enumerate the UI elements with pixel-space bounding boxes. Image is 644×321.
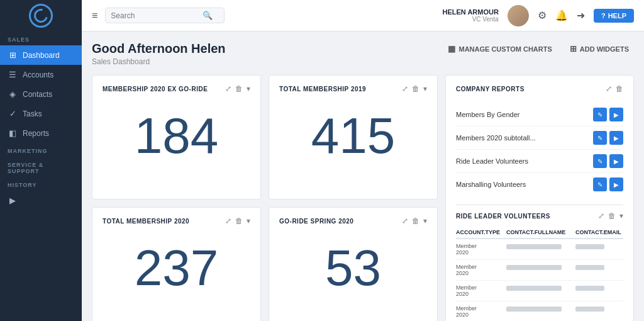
- widget-actions: ⤢ 🗑 ▾: [402, 84, 427, 93]
- report-buttons: ✎ ▶: [593, 108, 623, 121]
- history-expand-icon: ▶: [8, 196, 18, 205]
- hamburger-menu-icon[interactable]: ≡: [92, 10, 97, 21]
- table-header: Account.Type Contact.FullName Contact.Em…: [456, 225, 623, 239]
- add-widgets-label: ADD WIDGETS: [580, 45, 629, 53]
- header-actions: ▦ MANAGE CUSTOM CHARTS ⊞ ADD WIDGETS: [443, 42, 634, 56]
- table-row: Member2020: [456, 301, 623, 321]
- chevron-down-icon[interactable]: ▾: [247, 217, 250, 225]
- table-row: Member2020: [456, 260, 623, 281]
- ride-leader-volunteers-section: RIDE LEADER VOLUNTEERS ⤢ 🗑 ▾ Account.Typ…: [456, 205, 623, 321]
- sidebar-item-accounts[interactable]: ☰ Accounts: [0, 65, 82, 84]
- delete-icon[interactable]: 🗑: [616, 84, 623, 93]
- report-play-button[interactable]: ▶: [609, 177, 623, 191]
- widget-header: GO-RIDE SPRING 2020 ⤢ 🗑 ▾: [279, 217, 427, 225]
- table-row: Member2020: [456, 281, 623, 301]
- sidebar-item-contacts[interactable]: ◈ Contacts: [0, 84, 82, 104]
- chart-icon: ▦: [448, 44, 455, 54]
- widget-actions: ⤢ 🗑 ▾: [598, 211, 623, 220]
- widget-header: MEMBERSHIP 2020 EX GO-RIDE ⤢ 🗑 ▾: [103, 84, 250, 93]
- chevron-down-icon[interactable]: ▾: [423, 84, 427, 93]
- sidebar-item-dashboard[interactable]: ⊞ Dashboard: [0, 45, 82, 65]
- logo-circle: [29, 4, 53, 28]
- help-icon: ?: [601, 12, 606, 20]
- widget-value: 53: [279, 230, 427, 312]
- report-label: Ride Leader Volunteers: [456, 157, 528, 165]
- reports-list: Members By Gender ✎ ▶ Members 2020 subto…: [456, 103, 623, 196]
- expand-icon[interactable]: ⤢: [225, 217, 231, 225]
- sidebar-item-tasks[interactable]: ✓ Tasks: [0, 104, 82, 123]
- widget-membership-2020-ex: MEMBERSHIP 2020 EX GO-RIDE ⤢ 🗑 ▾ 184: [92, 75, 261, 200]
- sidebar-section-service: SERVICE & SUPPORT: [0, 157, 82, 177]
- widget-go-ride-spring-2020: GO-RIDE SPRING 2020 ⤢ 🗑 ▾ 53: [269, 207, 438, 321]
- delete-icon[interactable]: 🗑: [608, 211, 616, 220]
- widgets-icon: ⊞: [570, 44, 577, 54]
- sidebar-item-history[interactable]: ▶: [0, 191, 82, 210]
- expand-icon[interactable]: ⤢: [402, 84, 408, 93]
- cell-email: [575, 264, 623, 276]
- expand-icon[interactable]: ⤢: [225, 84, 231, 93]
- sidebar-item-label: Dashboard: [23, 51, 60, 60]
- widget-header: TOTAL MEMBERSHIP 2019 ⤢ 🗑 ▾: [279, 84, 427, 93]
- sidebar-section-history: HISTORY: [0, 177, 82, 191]
- col-email: Contact.Email: [575, 229, 623, 235]
- cell-name: [506, 264, 575, 276]
- manage-charts-label: MANAGE CUSTOM CHARTS: [458, 45, 552, 53]
- widget-header: TOTAL MEMBERSHIP 2020 ⤢ 🗑 ▾: [103, 217, 250, 225]
- chevron-down-icon[interactable]: ▾: [247, 84, 250, 93]
- widget-company-reports: COMPANY REPORTS ⤢ 🗑 Members By Gender ✎ …: [445, 75, 634, 321]
- search-input[interactable]: [111, 11, 199, 20]
- widget-title: TOTAL MEMBERSHIP 2020: [103, 218, 189, 225]
- report-label: Members 2020 subtotall...: [456, 134, 536, 142]
- report-edit-button[interactable]: ✎: [593, 108, 607, 121]
- table-row: Member2020: [456, 239, 623, 260]
- chevron-down-icon[interactable]: ▾: [619, 211, 623, 220]
- search-box: 🔍: [105, 8, 225, 23]
- report-label: Members By Gender: [456, 111, 519, 118]
- report-play-button[interactable]: ▶: [609, 108, 623, 121]
- report-edit-button[interactable]: ✎: [593, 131, 607, 145]
- topbar-right: HELEN ARMOUR VC Venta ⚙ 🔔 ➜ ? HELP: [442, 5, 634, 26]
- settings-icon[interactable]: ⚙: [538, 9, 547, 21]
- logout-icon[interactable]: ➜: [577, 9, 585, 21]
- cell-type: Member2020: [456, 284, 506, 297]
- manage-charts-button[interactable]: ▦ MANAGE CUSTOM CHARTS: [443, 42, 557, 56]
- expand-icon[interactable]: ⤢: [606, 84, 612, 93]
- widget-title: MEMBERSHIP 2020 EX GO-RIDE: [103, 86, 208, 93]
- report-edit-button[interactable]: ✎: [593, 177, 607, 191]
- delete-icon[interactable]: 🗑: [235, 217, 243, 225]
- avatar-image: [508, 5, 529, 26]
- widget-title: TOTAL MEMBERSHIP 2019: [279, 86, 366, 93]
- widget-value: 184: [103, 98, 250, 180]
- dashboard-icon: ⊞: [8, 50, 18, 60]
- subtitle-text: Sales Dashboard: [92, 57, 226, 66]
- help-button[interactable]: ? HELP: [594, 9, 634, 23]
- page-title-block: Good Afternoon Helen Sales Dashboard: [92, 42, 226, 66]
- widget-total-membership-2019: TOTAL MEMBERSHIP 2019 ⤢ 🗑 ▾ 415: [269, 75, 438, 200]
- delete-icon[interactable]: 🗑: [412, 84, 419, 93]
- page-header: Good Afternoon Helen Sales Dashboard ▦ M…: [92, 42, 634, 66]
- greeting-text: Good Afternoon Helen: [92, 42, 226, 56]
- report-play-button[interactable]: ▶: [609, 131, 623, 145]
- widget-total-membership-2020: TOTAL MEMBERSHIP 2020 ⤢ 🗑 ▾ 237: [92, 207, 261, 321]
- widget-value: 237: [103, 230, 250, 312]
- report-edit-button[interactable]: ✎: [593, 154, 607, 168]
- notifications-icon[interactable]: 🔔: [555, 9, 568, 21]
- widget-title: COMPANY REPORTS: [456, 86, 525, 93]
- sidebar-item-label: Tasks: [23, 110, 42, 118]
- cell-name: [506, 305, 575, 318]
- expand-icon[interactable]: ⤢: [598, 211, 604, 220]
- volunteers-header: RIDE LEADER VOLUNTEERS ⤢ 🗑 ▾: [456, 211, 623, 220]
- add-widgets-button[interactable]: ⊞ ADD WIDGETS: [565, 42, 634, 56]
- chevron-down-icon[interactable]: ▾: [423, 217, 427, 225]
- report-play-button[interactable]: ▶: [609, 154, 623, 168]
- report-buttons: ✎ ▶: [593, 131, 623, 145]
- avatar: [508, 5, 529, 26]
- sidebar-item-label: Contacts: [23, 90, 52, 99]
- delete-icon[interactable]: 🗑: [412, 217, 419, 225]
- help-label: HELP: [608, 12, 626, 20]
- sidebar-item-reports[interactable]: ◧ Reports: [0, 123, 82, 143]
- expand-icon[interactable]: ⤢: [402, 217, 408, 225]
- delete-icon[interactable]: 🗑: [235, 84, 243, 93]
- sidebar-section-sales: SALES: [0, 31, 82, 45]
- topbar: ≡ 🔍 HELEN ARMOUR VC Venta ⚙ 🔔 ➜ ? HELP: [82, 0, 644, 31]
